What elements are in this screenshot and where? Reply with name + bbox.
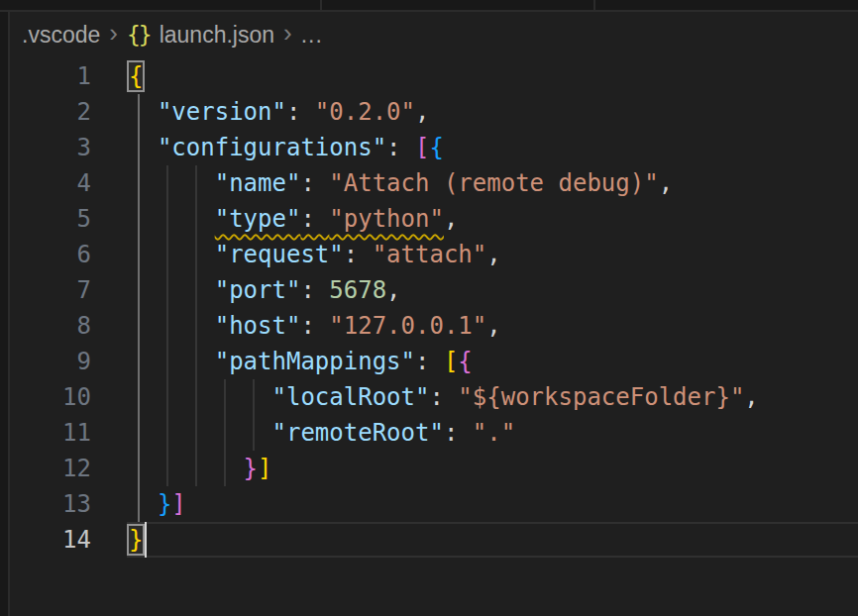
code-line[interactable]: 8 "host": "127.0.0.1", [10,308,858,344]
code-token: : [429,383,458,411]
breadcrumb: .vscode › {} launch.json › ... [10,12,858,57]
line-number[interactable]: 5 [10,201,91,237]
sidebar-edge [0,0,10,616]
code-token: , [415,98,429,126]
code-token: ] [258,455,271,482]
code-token: "127.0.0.1" [329,312,486,340]
line-number[interactable]: 2 [10,94,91,130]
code-line[interactable]: 6 "request": "attach", [10,237,858,272]
code-line[interactable]: 10 "localRoot": "${workspaceFolder}", [10,379,858,415]
code-token: : [300,169,329,197]
code-line-text: "localRoot": "${workspaceFolder}", [129,379,759,415]
code-token: { [458,348,472,375]
code-token: "${workspaceFolder}" [458,383,744,411]
code-line[interactable]: 13 }] [10,486,858,522]
code-line-text: "port": 5678, [129,272,401,308]
line-number[interactable]: 9 [10,344,91,379]
code-line-text: "remoteRoot": "." [129,415,515,451]
code-token: "remoteRoot" [272,419,444,447]
code-line-text: "version": "0.2.0", [129,94,429,130]
code-token: "Attach (remote debug)" [329,169,658,197]
code-token: "attach" [373,241,487,268]
code-token: : [300,312,329,340]
text-cursor [145,522,147,558]
code-token: [ [415,134,429,161]
code-line[interactable]: 4 "name": "Attach (remote debug)", [10,165,858,201]
code-token: , [386,276,400,304]
code-token: 5678 [329,276,386,304]
line-number[interactable]: 4 [10,165,91,201]
line-number[interactable]: 8 [10,308,91,344]
code-token [129,241,215,268]
line-number[interactable]: 12 [10,451,91,486]
line-number[interactable]: 3 [10,130,91,165]
code-token: [ [444,348,458,375]
code-token: "localRoot" [272,383,430,411]
code-token: : [415,348,444,375]
line-number[interactable]: 6 [10,237,91,272]
code-line-text: "pathMappings": [{ [129,344,473,379]
code-token [129,419,272,447]
code-token: , [486,312,500,340]
code-token: : [300,276,329,304]
line-number[interactable]: 13 [10,486,91,522]
code-token: "port" [215,276,301,304]
code-line[interactable]: 9 "pathMappings": [{ [10,344,858,379]
code-token [129,276,215,304]
code-token: "pathMappings" [215,348,415,375]
vscode-editor-window: .vscode › {} launch.json › ... 1{2 "vers… [0,0,858,616]
code-token [129,205,215,233]
bracket-match-highlight: } [129,526,143,554]
code-line[interactable]: 5 "type": "python", [10,201,858,237]
code-line[interactable]: 7 "port": 5678, [10,272,858,308]
tab-separator [593,0,595,10]
code-token: ] [171,490,185,518]
code-line[interactable]: 11 "remoteRoot": "." [10,415,858,451]
code-token: , [486,241,500,268]
code-token [129,490,158,518]
code-line-text: "request": "attach", [129,237,501,272]
tab-separator [320,0,322,10]
line-number[interactable]: 11 [10,415,91,451]
current-line-highlight-border [127,522,858,524]
code-token: "request" [215,241,344,268]
code-token: , [444,205,458,233]
code-line[interactable]: 12 }] [10,451,858,486]
code-line-text: } [129,522,143,558]
code-line-text: { [129,58,143,94]
code-token: : [286,98,315,126]
code-line[interactable]: 3 "configurations": [{ [10,130,858,165]
breadcrumb-file[interactable]: launch.json [160,22,274,49]
breadcrumb-folder[interactable]: .vscode [22,22,100,49]
code-line-text: }] [129,486,186,522]
code-token [129,348,215,375]
chevron-right-icon: › [283,20,292,46]
line-number[interactable]: 1 [10,58,91,94]
code-line[interactable]: 14} [10,522,858,558]
code-line-text: "configurations": [{ [129,130,444,165]
code-token: : [444,419,473,447]
code-token [129,455,244,482]
code-line-text: }] [129,451,272,486]
code-token: : [386,134,415,161]
breadcrumb-symbol-ellipsis[interactable]: ... [301,22,323,49]
code-token: "0.2.0" [315,98,415,126]
code-token: } [158,490,171,518]
current-line-highlight-border [127,556,858,558]
code-line-text: "name": "Attach (remote debug)", [129,165,673,201]
code-line-text: "host": "127.0.0.1", [129,308,501,344]
code-token: "." [473,419,515,447]
editor-code-area[interactable]: 1{2 "version": "0.2.0",3 "configurations… [10,58,858,616]
code-line[interactable]: 1{ [10,58,858,94]
code-token: "host" [215,312,301,340]
line-number[interactable]: 10 [10,379,91,415]
code-token [129,134,158,161]
line-number[interactable]: 14 [10,522,91,558]
code-line-text: "type": "python", [129,201,458,237]
json-file-icon: {} [127,22,151,48]
line-number[interactable]: 7 [10,272,91,308]
code-token: "name" [215,169,301,197]
code-token: { [429,134,443,161]
code-line[interactable]: 2 "version": "0.2.0", [10,94,858,130]
code-token [129,169,215,197]
